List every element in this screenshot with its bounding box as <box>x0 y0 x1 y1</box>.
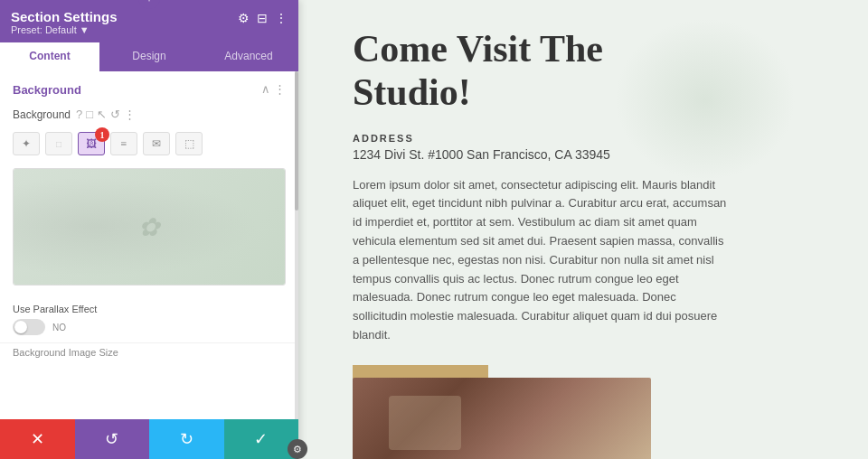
background-section-title: Background <box>13 83 81 97</box>
more-icon[interactable]: ⋮ <box>275 11 288 26</box>
settings-icon[interactable]: ⚙ <box>238 11 250 26</box>
address-label: ADDRESS <box>353 133 823 144</box>
undo-button[interactable]: ↺ <box>75 419 150 459</box>
background-label: Background <box>13 108 71 121</box>
panel-header-icons: ⚙ ⊟ ⋮ <box>238 11 288 26</box>
bottom-action-bar: ✕ ↺ ↻ ✓ ⚙ <box>0 419 298 459</box>
body-text: Lorem ipsum dolor sit amet, consectetur … <box>353 176 732 345</box>
copy-icon[interactable]: □ <box>86 108 93 121</box>
page-title-line1: Come Visit The <box>353 28 603 70</box>
bottom-image <box>353 378 651 459</box>
bg-type-video[interactable]: ✉ <box>143 132 170 155</box>
bg-type-mask[interactable]: ⬚ <box>175 132 203 155</box>
mask-icon: ⬚ <box>184 137 194 151</box>
save-button[interactable]: ✓ <box>224 419 299 459</box>
undo-icon: ↺ <box>105 429 118 449</box>
page-title-line2: Studio! <box>353 71 471 113</box>
parallax-toggle[interactable] <box>13 319 45 335</box>
bg-image-size-label: Background Image Size <box>0 342 298 361</box>
bg-type-row: ✦ □ 🖼 1 ≡ ✉ ⬚ <box>0 128 298 164</box>
plus-icon: + <box>145 0 153 6</box>
toggle-knob <box>14 321 27 333</box>
corner-settings-button[interactable]: ⚙ <box>288 439 307 459</box>
bg-type-none[interactable]: □ <box>45 132 72 155</box>
scroll-track[interactable] <box>295 71 298 419</box>
bg-preview: ✿ <box>13 168 286 286</box>
bg-row-icons: ? □ ↖ ↺ ⋮ <box>76 108 136 121</box>
panel-body: Background ∧ ⋮ Background ? □ ↖ ↺ ⋮ ✦ □ <box>0 71 298 419</box>
bg-preview-inner: ✿ <box>14 169 285 285</box>
content-area: Come Visit The Studio! ADDRESS 1234 Divi… <box>298 0 868 459</box>
parallax-toggle-row: Use Parallax Effect NO <box>0 296 298 342</box>
image-icon: 🖼 <box>86 137 97 151</box>
toggle-value: NO <box>52 323 66 333</box>
image-badge: 1 <box>95 127 109 142</box>
page-title: Come Visit The Studio! <box>353 27 823 115</box>
panel-title-group: Section Settings Preset: Default ▼ <box>11 9 118 35</box>
section-more-icon[interactable]: ⋮ <box>274 82 286 97</box>
tab-advanced[interactable]: Advanced <box>199 42 298 71</box>
cancel-icon: ✕ <box>31 429 44 449</box>
bg-type-image[interactable]: 🖼 1 <box>78 132 105 155</box>
cursor-icon[interactable]: ↖ <box>97 108 107 121</box>
preview-watermark: ✿ <box>138 212 161 242</box>
settings-panel: + Section Settings Preset: Default ▼ ⚙ ⊟… <box>0 0 298 459</box>
video-icon: ✉ <box>152 137 161 151</box>
reset-icon[interactable]: ↺ <box>110 108 120 121</box>
help-icon[interactable]: ? <box>76 108 82 121</box>
background-section-header: Background ∧ ⋮ <box>0 71 298 104</box>
none-icon: □ <box>56 139 61 149</box>
tab-design[interactable]: Design <box>99 42 199 71</box>
section-header-icons: ∧ ⋮ <box>261 82 286 97</box>
panel-preset[interactable]: Preset: Default ▼ <box>11 24 118 35</box>
background-row: Background ? □ ↖ ↺ ⋮ <box>0 104 298 128</box>
toggle-container: NO <box>13 319 286 335</box>
bg-type-gradient[interactable]: ✦ <box>13 132 40 155</box>
gradient-icon: ✦ <box>22 137 31 151</box>
scroll-thumb <box>295 71 298 211</box>
layout-icon[interactable]: ⊟ <box>257 11 268 26</box>
bg-more-icon[interactable]: ⋮ <box>124 108 136 121</box>
address-value: 1234 Divi St. #1000 San Francisco, CA 33… <box>353 147 823 162</box>
cancel-button[interactable]: ✕ <box>0 419 75 459</box>
corner-icon: ⚙ <box>293 444 302 455</box>
check-icon: ✓ <box>254 429 268 449</box>
panel-tabs: Content Design Advanced <box>0 42 298 71</box>
redo-button[interactable]: ↻ <box>149 419 224 459</box>
tab-content[interactable]: Content <box>0 42 99 71</box>
redo-icon: ↻ <box>180 429 193 449</box>
pattern-icon: ≡ <box>121 137 127 151</box>
parallax-label: Use Parallax Effect <box>13 304 286 314</box>
panel-title: Section Settings <box>11 9 118 24</box>
collapse-icon[interactable]: ∧ <box>261 82 270 97</box>
bg-type-pattern[interactable]: ≡ <box>110 132 137 155</box>
